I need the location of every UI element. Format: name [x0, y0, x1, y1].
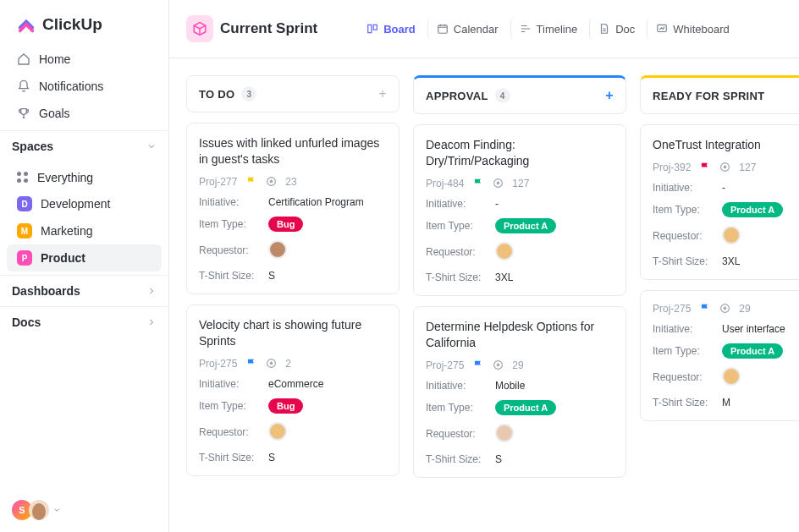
score: 29	[512, 359, 523, 371]
project-id: Proj-275	[653, 303, 691, 315]
whiteboard-icon	[656, 23, 668, 35]
nav-goals[interactable]: Goals	[7, 100, 162, 127]
value-initiative: -	[495, 198, 499, 210]
card-meta: Proj-484 127	[426, 178, 614, 189]
tab-board[interactable]: Board	[358, 18, 424, 41]
flag-icon	[472, 178, 484, 189]
space-list: Everything D Development M Marketing P P…	[0, 162, 168, 275]
score-icon	[266, 176, 277, 187]
chevron-right-icon	[146, 286, 157, 296]
trophy-icon	[17, 107, 30, 120]
column-count: 3	[241, 86, 256, 101]
logo[interactable]: ClickUp	[0, 0, 168, 42]
label-requestor: Requestor:	[653, 371, 722, 383]
value-initiative: Certification Program	[268, 196, 364, 208]
card-title: OneTrust Integration	[653, 137, 799, 153]
nav-notifications-label: Notifications	[39, 80, 103, 93]
board-icon	[366, 23, 378, 35]
task-card[interactable]: Deacom Finding: Dry/Trim/Packaging Proj-…	[413, 124, 626, 296]
view-tabs: Board Calendar Timeline Doc Whiteboard	[358, 18, 738, 41]
section-dashboards-label: Dashboards	[12, 284, 80, 298]
value-initiative: Mobile	[495, 380, 525, 392]
card-title: Deacom Finding: Dry/Trim/Packaging	[426, 137, 614, 169]
section-docs-label: Docs	[12, 315, 41, 329]
clickup-logo-icon	[17, 15, 36, 34]
sidebar-footer[interactable]: S	[0, 488, 168, 532]
svg-rect-1	[373, 25, 377, 30]
value-size: M	[722, 397, 730, 409]
value-size: S	[268, 452, 275, 463]
column-title: TO DO	[199, 88, 234, 101]
label-size: T-Shirt Size:	[653, 397, 722, 409]
score: 2	[285, 358, 291, 370]
add-task-button[interactable]: +	[378, 86, 387, 101]
requestor-avatar	[268, 240, 287, 259]
value-itemtype: Product A	[722, 202, 783, 217]
label-initiative: Initiative:	[653, 182, 722, 194]
label-requestor: Requestor:	[426, 246, 495, 258]
tab-doc[interactable]: Doc	[589, 18, 643, 41]
chevron-down-icon	[52, 506, 61, 514]
space-item-development[interactable]: D Development	[7, 190, 162, 217]
tab-board-label: Board	[383, 23, 416, 36]
section-dashboards[interactable]: Dashboards	[0, 275, 168, 306]
value-requestor	[722, 226, 741, 247]
tab-whiteboard[interactable]: Whiteboard	[647, 18, 737, 41]
svg-rect-0	[368, 25, 372, 32]
add-task-button[interactable]: +	[605, 88, 614, 103]
value-size: 3XL	[722, 255, 740, 267]
requestor-avatar	[722, 367, 741, 386]
label-itemtype: Item Type:	[653, 204, 722, 216]
value-requestor	[268, 240, 287, 261]
value-requestor	[495, 424, 514, 445]
label-itemtype: Item Type:	[199, 400, 268, 412]
cube-icon	[192, 21, 207, 36]
spaces-header[interactable]: Spaces	[0, 130, 168, 162]
chevron-down-icon	[146, 141, 157, 151]
home-icon	[17, 52, 30, 66]
score-icon	[266, 358, 277, 369]
timeline-icon	[520, 23, 532, 35]
tab-calendar[interactable]: Calendar	[427, 18, 507, 41]
label-requestor: Requestor:	[199, 426, 268, 438]
task-card[interactable]: Proj-275 29 Initiative:User interface It…	[640, 290, 799, 421]
space-item-marketing[interactable]: M Marketing	[7, 217, 162, 244]
flag-icon	[245, 358, 257, 370]
user-avatar-2[interactable]	[29, 500, 49, 520]
tab-timeline[interactable]: Timeline	[510, 18, 587, 41]
sidebar: ClickUp Home Notifications Goals Spaces	[0, 0, 169, 532]
board: TO DO 3 + Issues with linked unfurled im…	[169, 58, 799, 532]
label-requestor: Requestor:	[426, 428, 495, 440]
spaces-header-label: Spaces	[12, 140, 53, 153]
score: 29	[739, 303, 750, 315]
value-itemtype: Bug	[268, 398, 303, 414]
space-badge: M	[17, 223, 32, 239]
task-card[interactable]: OneTrust Integration Proj-392 127 Initia…	[640, 124, 799, 280]
task-card[interactable]: Issues with linked unfurled images in gu…	[186, 123, 400, 294]
task-card[interactable]: Determine Helpdesk Options for Californi…	[413, 306, 626, 478]
flag-icon	[699, 162, 711, 173]
card-title: Determine Helpdesk Options for Californi…	[426, 319, 614, 351]
nav-home[interactable]: Home	[7, 46, 162, 73]
value-size: 3XL	[495, 271, 513, 283]
board-column: TO DO 3 + Issues with linked unfurled im…	[186, 75, 400, 515]
space-everything[interactable]: Everything	[7, 165, 162, 190]
score: 23	[285, 176, 296, 188]
task-card[interactable]: Velocity chart is showing future Sprints…	[186, 304, 400, 476]
column-header[interactable]: TO DO 3 +	[186, 75, 400, 112]
column-header[interactable]: READY FOR SPRINT +	[640, 75, 799, 114]
space-item-product[interactable]: P Product	[7, 244, 162, 271]
nav-notifications[interactable]: Notifications	[7, 73, 162, 100]
flag-icon	[699, 303, 711, 315]
column-count: 4	[495, 88, 510, 103]
value-initiative: -	[722, 182, 725, 194]
card-meta: Proj-275 2	[199, 358, 387, 370]
value-size: S	[268, 270, 275, 282]
space-icon[interactable]	[186, 15, 213, 42]
column-header[interactable]: APPROVAL 4 +	[413, 75, 626, 114]
value-requestor	[495, 242, 514, 263]
nav-home-label: Home	[39, 52, 70, 66]
label-itemtype: Item Type:	[199, 218, 268, 230]
card-meta: Proj-275 29	[653, 303, 799, 315]
section-docs[interactable]: Docs	[0, 306, 168, 337]
